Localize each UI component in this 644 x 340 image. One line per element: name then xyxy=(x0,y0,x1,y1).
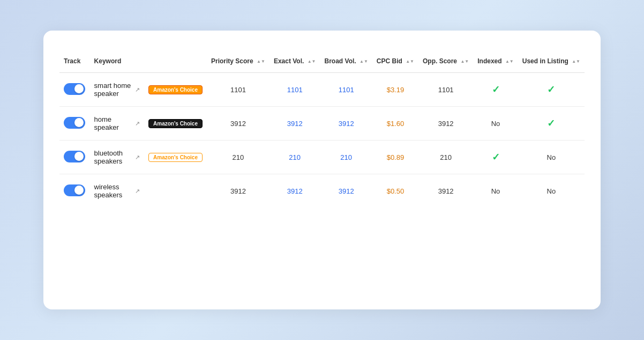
priority-score-cell: 1101 xyxy=(207,73,269,107)
keyword-cell: wireless speakers↗ xyxy=(90,174,144,208)
track-toggle[interactable] xyxy=(64,184,85,196)
keyword-text: bluetooth speakers xyxy=(94,149,132,165)
exact-vol-cell: 1101 xyxy=(269,73,320,107)
col-header-cpc-bid[interactable]: CPC Bid ▲▼ xyxy=(372,52,418,73)
exact-vol-cell: 3912 xyxy=(269,174,320,208)
exact-vol-cell: 210 xyxy=(269,141,320,174)
sort-icon-used: ▲▼ xyxy=(572,60,580,64)
keyword-cell: bluetooth speakers↗ xyxy=(90,141,144,174)
table-row: smart home speaker↗Amazon's Choice110111… xyxy=(59,73,585,107)
keyword-cell: home speaker↗ xyxy=(90,107,144,141)
indexed-no-text: No xyxy=(491,187,500,195)
broad-vol-cell: 3912 xyxy=(320,174,372,208)
external-link-icon[interactable]: ↗ xyxy=(135,154,140,161)
amazon-choice-badge: Amazon's Choice xyxy=(148,119,203,128)
badge-cell xyxy=(144,174,207,208)
col-header-used-in-listing[interactable]: Used in Listing ▲▼ xyxy=(518,52,585,73)
badge-cell: Amazon's Choice xyxy=(144,141,207,174)
used-check-icon: ✓ xyxy=(547,118,555,129)
toggle-cell xyxy=(59,73,90,107)
keyword-text: wireless speakers xyxy=(94,183,132,199)
col-header-exact-vol[interactable]: Exact Vol. ▲▼ xyxy=(269,52,320,73)
amazon-choice-badge: Amazon's Choice xyxy=(148,153,203,162)
cpc-bid-cell: $0.89 xyxy=(372,141,418,174)
cpc-bid-cell: $0.50 xyxy=(372,174,418,208)
broad-vol-cell: 3912 xyxy=(320,107,372,141)
indexed-check-icon: ✓ xyxy=(492,84,500,95)
sort-icon-priority: ▲▼ xyxy=(257,60,265,64)
indexed-no-text: No xyxy=(491,120,500,128)
toggle-cell xyxy=(59,107,90,141)
badge-cell: Amazon's Choice xyxy=(144,107,207,141)
col-header-indexed[interactable]: Indexed ▲▼ xyxy=(473,52,518,73)
col-header-broad-vol[interactable]: Broad Vol. ▲▼ xyxy=(320,52,372,73)
indexed-cell: ✓ xyxy=(473,73,518,107)
opp-score-cell: 210 xyxy=(418,141,473,174)
table-row: bluetooth speakers↗Amazon's Choice210210… xyxy=(59,141,585,174)
cpc-bid-cell: $1.60 xyxy=(372,107,418,141)
col-header-keyword: Keyword xyxy=(90,52,144,73)
used-in-listing-cell: ✓ xyxy=(518,73,585,107)
used-no-text: No xyxy=(547,153,556,161)
broad-vol-cell: 1101 xyxy=(320,73,372,107)
broad-vol-cell: 210 xyxy=(320,141,372,174)
opp-score-cell: 1101 xyxy=(418,73,473,107)
opp-score-cell: 3912 xyxy=(418,107,473,141)
toggle-cell xyxy=(59,174,90,208)
priority-score-cell: 3912 xyxy=(207,174,269,208)
indexed-check-icon: ✓ xyxy=(492,152,500,162)
keyword-text: home speaker xyxy=(94,115,132,131)
col-header-priority-score[interactable]: Priority Score ▲▼ xyxy=(207,52,269,73)
sort-icon-exact: ▲▼ xyxy=(308,60,316,64)
keyword-table: Track Keyword Priority Score ▲▼ Exact Vo… xyxy=(59,52,585,208)
used-no-text: No xyxy=(547,187,556,195)
col-header-badge xyxy=(144,52,207,73)
sort-icon-indexed: ▲▼ xyxy=(505,60,514,64)
badge-cell: Amazon's Choice xyxy=(144,73,207,107)
col-header-track: Track xyxy=(59,52,90,73)
keyword-cell: smart home speaker↗ xyxy=(90,73,144,107)
external-link-icon[interactable]: ↗ xyxy=(135,86,140,93)
used-in-listing-cell: ✓ xyxy=(518,107,585,141)
table-row: wireless speakers↗391239123912$0.503912N… xyxy=(59,174,585,208)
track-toggle[interactable] xyxy=(64,151,85,162)
indexed-cell: No xyxy=(473,107,518,141)
sort-icon-opp: ▲▼ xyxy=(460,60,469,64)
sort-icon-cpc: ▲▼ xyxy=(406,60,414,64)
external-link-icon[interactable]: ↗ xyxy=(135,188,140,195)
opp-score-cell: 3912 xyxy=(418,174,473,208)
table-row: home speaker↗Amazon's Choice391239123912… xyxy=(59,107,585,141)
priority-score-cell: 3912 xyxy=(207,107,269,141)
exact-vol-cell: 3912 xyxy=(269,107,320,141)
external-link-icon[interactable]: ↗ xyxy=(135,120,140,127)
main-card: Track Keyword Priority Score ▲▼ Exact Vo… xyxy=(43,31,601,309)
amazon-choice-badge: Amazon's Choice xyxy=(148,85,203,94)
priority-score-cell: 210 xyxy=(207,141,269,174)
track-toggle[interactable] xyxy=(64,83,85,95)
used-in-listing-cell: No xyxy=(518,141,585,174)
col-header-opp-score[interactable]: Opp. Score ▲▼ xyxy=(418,52,473,73)
toggle-cell xyxy=(59,141,90,174)
used-in-listing-cell: No xyxy=(518,174,585,208)
cpc-bid-cell: $3.19 xyxy=(372,73,418,107)
sort-icon-broad: ▲▼ xyxy=(360,60,368,64)
keyword-text: smart home speaker xyxy=(94,82,132,98)
indexed-cell: No xyxy=(473,174,518,208)
track-toggle[interactable] xyxy=(64,117,85,129)
used-check-icon: ✓ xyxy=(547,84,555,95)
indexed-cell: ✓ xyxy=(473,141,518,174)
